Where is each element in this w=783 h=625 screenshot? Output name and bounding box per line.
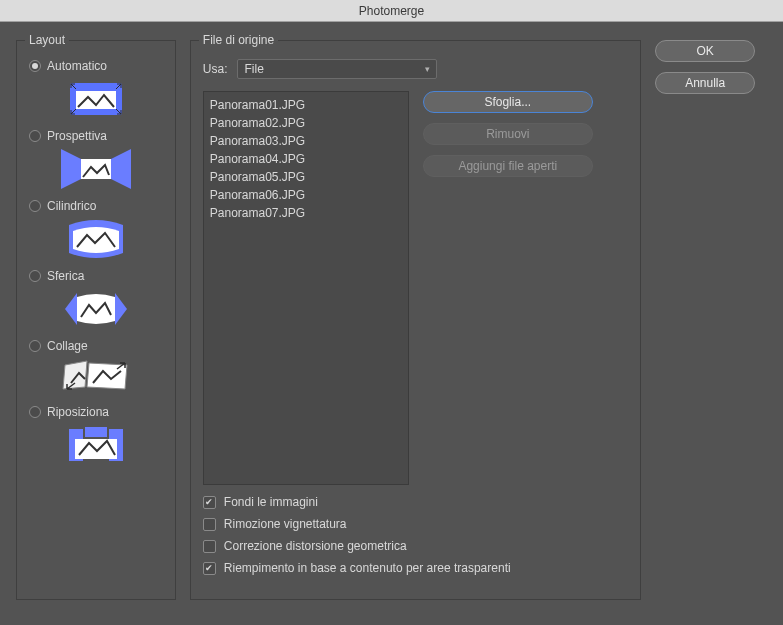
layout-thumb-automatico (29, 79, 163, 119)
checkbox-icon (203, 540, 216, 553)
use-label: Usa: (203, 62, 228, 76)
source-panel: File di origine Usa: File ▾ Panorama01.J… (190, 40, 641, 600)
use-select-value: File (244, 62, 263, 76)
file-list-item[interactable]: Panorama04.JPG (210, 150, 402, 168)
button-label: Rimuovi (486, 127, 529, 141)
use-row: Usa: File ▾ (203, 59, 628, 79)
add-open-files-button[interactable]: Aggiungi file aperti (423, 155, 593, 177)
file-list-item[interactable]: Panorama07.JPG (210, 204, 402, 222)
checkbox-icon (203, 562, 216, 575)
layout-thumb-prospettiva (29, 149, 163, 189)
dialog-body: Layout Automatico Prospettiva (0, 22, 783, 625)
checkbox-label: Fondi le immagini (224, 495, 318, 509)
dialog-titlebar: Photomerge (0, 0, 783, 22)
layout-label: Prospettiva (47, 129, 107, 143)
radio-icon (29, 60, 41, 72)
radio-icon (29, 340, 41, 352)
chevron-down-icon: ▾ (425, 64, 430, 74)
checkbox-vignette-removal[interactable]: Rimozione vignettatura (203, 517, 628, 531)
layout-panel: Layout Automatico Prospettiva (16, 40, 176, 600)
svg-marker-3 (111, 149, 131, 189)
svg-marker-2 (61, 149, 81, 189)
file-list-item[interactable]: Panorama03.JPG (210, 132, 402, 150)
options-block: Fondi le immagini Rimozione vignettatura… (203, 495, 628, 575)
file-list-item[interactable]: Panorama05.JPG (210, 168, 402, 186)
checkbox-geometric-distortion[interactable]: Correzione distorsione geometrica (203, 539, 628, 553)
button-label: Sfoglia... (484, 95, 531, 109)
layout-thumb-sferica (29, 289, 163, 329)
layout-radio-automatico[interactable]: Automatico (29, 59, 163, 73)
layout-label: Automatico (47, 59, 107, 73)
layout-radio-sferica[interactable]: Sferica (29, 269, 163, 283)
checkbox-icon (203, 518, 216, 531)
radio-icon (29, 406, 41, 418)
layout-thumb-collage (29, 359, 163, 395)
layout-radio-riposiziona[interactable]: Riposiziona (29, 405, 163, 419)
layout-radio-cilindrico[interactable]: Cilindrico (29, 199, 163, 213)
checkbox-icon (203, 496, 216, 509)
file-list-item[interactable]: Panorama01.JPG (210, 96, 402, 114)
remove-button[interactable]: Rimuovi (423, 123, 593, 145)
use-select[interactable]: File ▾ (237, 59, 437, 79)
source-legend: File di origine (199, 33, 278, 47)
layout-thumb-cilindrico (29, 219, 163, 259)
radio-icon (29, 200, 41, 212)
cancel-button[interactable]: Annulla (655, 72, 755, 94)
svg-rect-11 (85, 427, 107, 437)
checkbox-blend-images[interactable]: Fondi le immagini (203, 495, 628, 509)
button-label: OK (696, 44, 713, 58)
checkbox-label: Riempimento in base a contenuto per aree… (224, 561, 511, 575)
checkbox-content-aware-fill[interactable]: Riempimento in base a contenuto per aree… (203, 561, 628, 575)
svg-marker-6 (115, 293, 127, 325)
checkbox-label: Rimozione vignettatura (224, 517, 347, 531)
layout-radio-collage[interactable]: Collage (29, 339, 163, 353)
layout-label: Sferica (47, 269, 84, 283)
layout-label: Riposiziona (47, 405, 109, 419)
ok-button[interactable]: OK (655, 40, 755, 62)
layout-label: Cilindrico (47, 199, 96, 213)
browse-button[interactable]: Sfoglia... (423, 91, 593, 113)
dialog-title: Photomerge (359, 4, 424, 18)
layout-radio-prospettiva[interactable]: Prospettiva (29, 129, 163, 143)
layout-label: Collage (47, 339, 88, 353)
radio-icon (29, 270, 41, 282)
dialog-buttons: OK Annulla (655, 40, 767, 605)
button-label: Aggiungi file aperti (458, 159, 557, 173)
svg-marker-5 (65, 293, 77, 325)
button-label: Annulla (685, 76, 725, 90)
file-list-item[interactable]: Panorama06.JPG (210, 186, 402, 204)
radio-icon (29, 130, 41, 142)
layout-legend: Layout (25, 33, 69, 47)
checkbox-label: Correzione distorsione geometrica (224, 539, 407, 553)
file-list-item[interactable]: Panorama02.JPG (210, 114, 402, 132)
file-list[interactable]: Panorama01.JPGPanorama02.JPGPanorama03.J… (203, 91, 409, 485)
layout-thumb-riposiziona (29, 425, 163, 465)
